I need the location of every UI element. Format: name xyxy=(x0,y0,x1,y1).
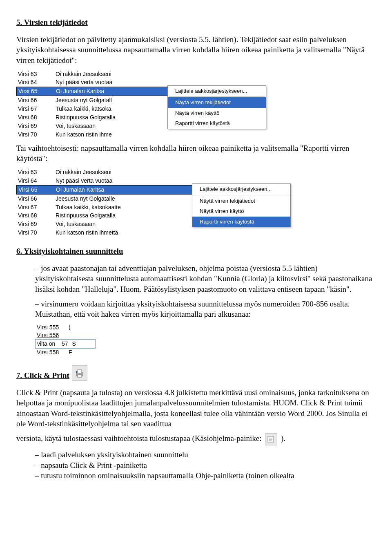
list-item[interactable]: Virsi 555 ( xyxy=(35,324,96,331)
section-7-heading-text: 7. Click & Print xyxy=(16,370,69,381)
hymn-number: Virsi 64 xyxy=(18,177,50,185)
hymn-number: Virsi 69 xyxy=(18,220,50,228)
list-item[interactable]: Virsi 63 Oi rakkain Jeesukseni xyxy=(16,168,265,177)
screenshot-search-input: Virsi 555 ( Virsi 556 vilta on 57 S Virs… xyxy=(35,324,96,356)
section-7-paragraph-1b: versiota, käytä tulostaessasi vaihtoehto… xyxy=(16,433,376,445)
hymn-number: Virsi 556 xyxy=(37,331,65,339)
search-input-row[interactable]: vilta on 57 S xyxy=(35,339,96,349)
hymn-number: Virsi 68 xyxy=(18,212,50,219)
menu-item-sort[interactable]: Lajittele aakkosjärjestykseen... xyxy=(168,86,266,96)
context-menu: Lajittele aakkosjärjestykseen... Näytä v… xyxy=(167,85,266,129)
screenshot-author-info: Virsi 63 Oi rakkain Jeesukseni Virsi 64 … xyxy=(16,70,376,139)
hymn-list[interactable]: Virsi 63 Oi rakkain Jeesukseni Virsi 64 … xyxy=(16,168,265,237)
hymn-title: Jeesusta nyt Golgatall xyxy=(56,96,112,104)
hymn-title: Voi, tuskassaan xyxy=(56,220,96,228)
section-7-bullet-1: – laadi palveluksen yksityiskohtainen su… xyxy=(35,450,376,460)
svg-rect-2 xyxy=(78,375,82,377)
context-menu: Lajittele aakkosjärjestykseen... Näytä v… xyxy=(192,183,291,227)
hymn-number: Virsi 555 xyxy=(37,324,65,331)
text-after-icon: ). xyxy=(281,434,285,443)
hymn-title: Oi Jumalan Karitsa xyxy=(56,186,104,194)
list-item[interactable]: Virsi 70 Kun katson ristin ihme xyxy=(16,130,265,139)
hymn-number: Virsi 70 xyxy=(18,229,50,237)
section-7-paragraph-1a: Click & Print (napsauta ja tulosta) on v… xyxy=(16,387,376,429)
section-6-bullet-2: – virsinumero voidaan kirjoittaa yksityi… xyxy=(35,299,376,320)
hymn-number: Virsi 66 xyxy=(18,195,50,203)
list-item[interactable]: Virsi 556 xyxy=(35,331,96,339)
hymn-title-fragment: ( xyxy=(69,324,71,331)
hymn-title: Kun katson ristin ihmettä xyxy=(56,229,118,237)
menu-item-show-usage[interactable]: Näytä virren käyttö xyxy=(168,108,266,119)
hymn-number: Virsi 63 xyxy=(18,70,50,78)
hymn-title: Voi, tuskassaan xyxy=(56,122,96,130)
manual-program-button-icon xyxy=(265,433,277,445)
hymn-title: Oi rakkain Jeesukseni xyxy=(56,168,111,176)
menu-separator xyxy=(169,96,265,97)
menu-item-usage-report[interactable]: Raportti virren käytöstä xyxy=(192,217,290,227)
hymn-title: Oi Jumalan Karitsa xyxy=(56,87,104,95)
hymn-number: Virsi 67 xyxy=(18,105,50,113)
menu-item-show-usage[interactable]: Näytä virren käyttö xyxy=(192,206,290,217)
hymn-title: Kun katson ristin ihme xyxy=(56,131,112,139)
hymn-number: Virsi 69 xyxy=(18,122,50,130)
section-5-paragraph-1: Virsien tekijätiedot on päivitetty ajanm… xyxy=(16,34,376,66)
hymn-title: Tulkaa kaikki, katsoka xyxy=(56,105,111,113)
list-item[interactable]: Virsi 63 Oi rakkain Jeesukseni xyxy=(16,70,265,78)
menu-separator xyxy=(193,195,290,195)
hymn-title: Tulkaa kaikki, katsokaatte xyxy=(56,204,121,211)
text-before-icon: versiota, käytä tulostaessasi vaihtoehto… xyxy=(16,434,261,443)
hymn-number: Virsi 65 xyxy=(18,87,50,95)
hymn-title-fragment: S xyxy=(72,340,76,348)
hymn-number-fragment: 57 xyxy=(62,340,68,348)
section-6-heading: 6. Yksityiskohtainen suunnittelu xyxy=(16,246,376,257)
menu-item-usage-report[interactable]: Raportti virren käytöstä xyxy=(168,118,266,129)
hymn-number: Virsi 68 xyxy=(18,114,50,121)
hymn-number: Virsi 66 xyxy=(18,96,50,104)
menu-item-show-author[interactable]: Näytä virren tekijätiedot xyxy=(192,196,290,206)
menu-item-show-author[interactable]: Näytä virren tekijätiedot xyxy=(168,97,266,108)
search-input-text: vilta on xyxy=(37,340,58,348)
svg-rect-1 xyxy=(78,370,82,373)
hymn-title-fragment: F xyxy=(69,349,72,356)
section-5-heading: 5. Virsien tekijätiedot xyxy=(16,17,376,28)
hymn-number: Virsi 64 xyxy=(18,78,50,86)
hymn-list[interactable]: Virsi 63 Oi rakkain Jeesukseni Virsi 64 … xyxy=(16,70,265,139)
section-7-bullet-2: – napsauta Click & Print -painiketta xyxy=(35,460,376,471)
hymn-title: Ristinpuussa Golgatalla xyxy=(56,212,116,219)
hymn-number: Virsi 67 xyxy=(18,204,50,211)
hymn-title: Jeesusta nyt Golgatalle xyxy=(56,195,115,203)
menu-item-sort[interactable]: Lajittele aakkosjärjestykseen... xyxy=(192,184,290,195)
section-7-bullet-3: – tutustu toiminnon ominaisuuksiin napsa… xyxy=(35,470,376,481)
hymn-number: Virsi 65 xyxy=(18,186,50,194)
list-item[interactable]: Virsi 558 F xyxy=(35,349,96,356)
section-5-paragraph-2: Tai vaihtoehtoisesti: napsauttamalla vir… xyxy=(16,143,376,164)
print-icon xyxy=(72,365,87,381)
hymn-title: Nyt pääsi verta vuotaa xyxy=(56,177,112,185)
hymn-title: Nyt pääsi verta vuotaa xyxy=(56,78,112,86)
section-6-bullet-1: – jos avaat paastonajan tai adventtiajan… xyxy=(35,263,376,295)
hymn-number: Virsi 63 xyxy=(18,168,50,176)
list-item[interactable]: Virsi 70 Kun katson ristin ihmettä xyxy=(16,228,265,237)
hymn-number: Virsi 70 xyxy=(18,131,50,139)
hymn-title: Oi rakkain Jeesukseni xyxy=(56,70,111,78)
hymn-number: Virsi 558 xyxy=(37,349,65,356)
screenshot-usage-report: Virsi 63 Oi rakkain Jeesukseni Virsi 64 … xyxy=(16,168,376,237)
section-7-heading: 7. Click & Print xyxy=(16,365,376,381)
hymn-title: Ristinpuussa Golgatalla xyxy=(56,114,116,121)
